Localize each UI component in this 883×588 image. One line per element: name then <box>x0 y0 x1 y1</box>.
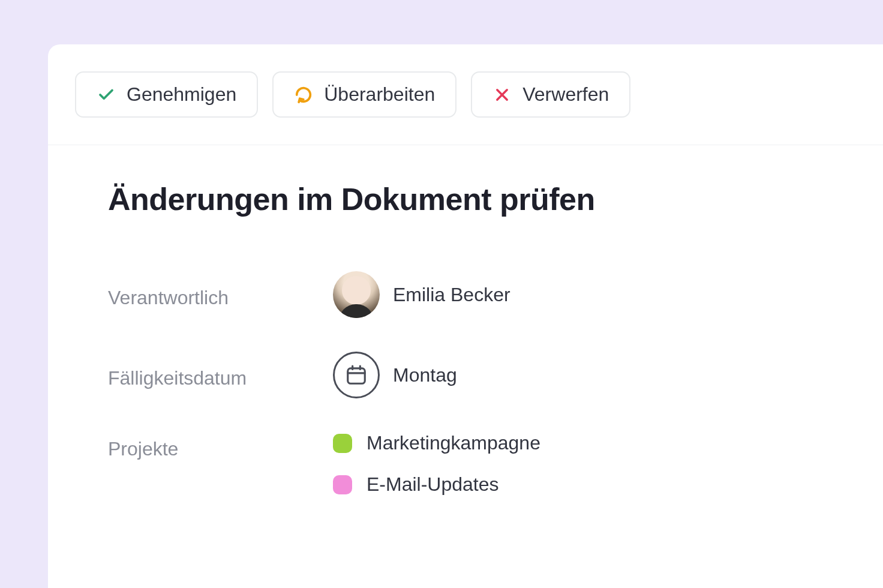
action-toolbar: Genehmigen Überarbeiten Verwerfen <box>48 44 883 145</box>
due-date-label: Fälligkeitsdatum <box>108 361 333 389</box>
assignee-value[interactable]: Emilia Becker <box>333 271 510 318</box>
due-date-text: Montag <box>393 364 457 386</box>
project-item[interactable]: E-Mail-Updates <box>333 473 540 496</box>
project-color-tag <box>333 475 352 494</box>
close-icon <box>492 85 512 104</box>
discard-button[interactable]: Verwerfen <box>471 71 630 118</box>
projects-field: Projekte Marketingkampagne E-Mail-Update… <box>108 432 883 496</box>
project-item[interactable]: Marketingkampagne <box>333 432 540 454</box>
discard-label: Verwerfen <box>522 83 609 106</box>
project-color-tag <box>333 434 352 453</box>
assignee-label: Verantwortlich <box>108 281 333 309</box>
project-list: Marketingkampagne E-Mail-Updates <box>333 432 540 496</box>
check-icon <box>97 85 116 104</box>
revise-button[interactable]: Überarbeiten <box>272 71 456 118</box>
task-card: Genehmigen Überarbeiten Verwerfen <box>48 44 883 588</box>
projects-label: Projekte <box>108 432 333 460</box>
approve-label: Genehmigen <box>127 83 236 106</box>
task-title: Änderungen im Dokument prüfen <box>108 181 883 217</box>
due-date-value[interactable]: Montag <box>333 352 457 398</box>
due-date-field: Fälligkeitsdatum Montag <box>108 352 883 398</box>
approve-button[interactable]: Genehmigen <box>75 71 258 118</box>
revise-label: Überarbeiten <box>324 83 435 106</box>
svg-rect-2 <box>348 368 365 383</box>
task-content: Änderungen im Dokument prüfen Verantwort… <box>48 145 883 496</box>
project-name: Marketingkampagne <box>367 432 540 454</box>
project-name: E-Mail-Updates <box>367 473 499 496</box>
revise-icon <box>294 85 313 104</box>
assignee-name: Emilia Becker <box>393 284 510 306</box>
calendar-icon <box>333 352 380 398</box>
avatar <box>333 271 380 318</box>
assignee-field: Verantwortlich Emilia Becker <box>108 271 883 318</box>
